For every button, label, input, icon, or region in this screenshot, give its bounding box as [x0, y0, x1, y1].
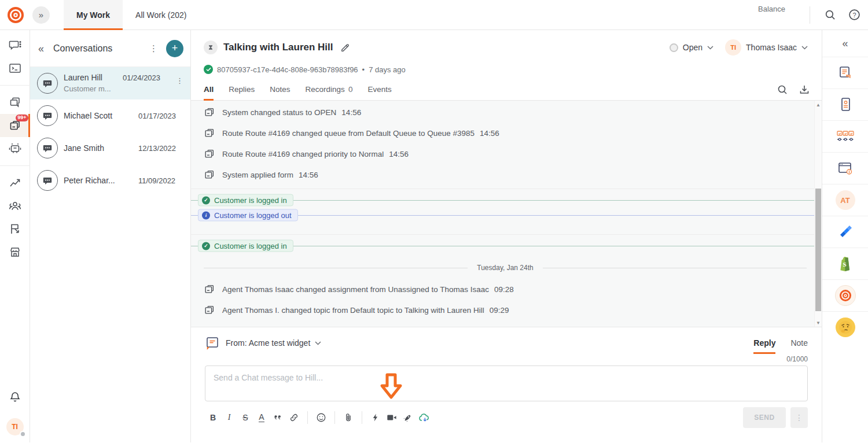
from-widget-dropdown[interactable]: From: Acme test widget [226, 338, 310, 348]
toolbar-separator [362, 411, 362, 424]
event-time: 14:56 [480, 129, 499, 138]
timeline-event: Route Route #4169 changed queue from Def… [191, 123, 822, 143]
video-call-button[interactable] [384, 409, 400, 426]
rail-campaigns-icon[interactable] [0, 217, 30, 241]
rocket-button[interactable] [400, 409, 416, 426]
date-divider: Tuesday, Jan 24th [191, 264, 822, 272]
formatting-toolbar: B I S A [205, 407, 808, 428]
rail-bot-icon[interactable] [0, 137, 30, 160]
underline-glyph: A [259, 413, 264, 422]
conversations-menu-icon[interactable]: ⋮ [146, 41, 161, 56]
tab-events[interactable]: Events [367, 79, 391, 101]
timeline-search-icon[interactable] [777, 84, 788, 95]
conversation-list-item[interactable]: Lauren Hill 01/24/2023 Customer m... ⋮ [30, 67, 190, 99]
new-conversation-button[interactable]: + [166, 40, 183, 57]
expand-panel-button[interactable]: » [32, 6, 50, 24]
send-options-icon[interactable]: ⋮ [790, 407, 808, 428]
send-button[interactable]: SEND [743, 407, 786, 428]
event-time: 14:56 [341, 108, 361, 117]
agent-avatar-initials: AT [840, 196, 849, 205]
right-rail: « AT S [822, 30, 868, 442]
tab-recordings[interactable]: Recordings0 [306, 79, 353, 101]
tab-all[interactable]: All [204, 79, 214, 101]
quick-actions-button[interactable] [367, 409, 384, 426]
rail-chats-icon[interactable] [0, 34, 30, 57]
rail-analytics-icon[interactable] [0, 171, 30, 194]
collapse-conversations-icon[interactable]: « [38, 43, 44, 54]
scroll-up-icon[interactable]: ▲ [815, 101, 822, 109]
user-status-dot [20, 431, 26, 437]
shopify-icon[interactable]: S [822, 248, 868, 279]
rail-customers-icon[interactable] [0, 194, 30, 217]
scrollbar[interactable]: ▲ ▼ [814, 101, 822, 327]
rail-marketplace-icon[interactable] [0, 241, 30, 264]
conversation-item-body: Michael Scott 01/17/2023 [64, 111, 185, 120]
message-input[interactable] [205, 366, 808, 401]
edit-title-icon[interactable] [340, 43, 350, 53]
help-icon[interactable]: ? [844, 5, 865, 25]
tab-replies[interactable]: Replies [229, 79, 255, 101]
conversation-list-item[interactable]: Michael Scott 01/17/2023 [30, 99, 190, 132]
browser-info-icon[interactable] [822, 152, 868, 184]
tab-note[interactable]: Note [790, 332, 808, 354]
rail-all-conversations-icon[interactable] [0, 91, 30, 114]
event-time: 09:28 [494, 285, 514, 294]
tab-notes[interactable]: Notes [270, 79, 290, 101]
timeline-status-row: ✓ Customer is logged in [191, 193, 822, 208]
liveagent-app-icon[interactable] [822, 279, 868, 311]
scrollbar-thumb[interactable] [815, 189, 821, 311]
customer-journey-icon[interactable] [822, 120, 868, 152]
conversation-list-item[interactable]: Peter Richar... 11/09/2022 [30, 164, 190, 197]
bold-button[interactable]: B [205, 409, 221, 426]
chevron-down-icon[interactable] [707, 46, 713, 50]
contact-card-icon[interactable] [822, 88, 868, 120]
tab-reply[interactable]: Reply [753, 332, 775, 354]
notifications-bell-icon[interactable] [0, 386, 30, 409]
italic-button[interactable]: I [221, 409, 237, 426]
strikethrough-button[interactable]: S [237, 409, 253, 426]
conversation-date: 01/17/2023 [138, 112, 185, 120]
event-ticket-icon [204, 169, 215, 180]
jira-icon[interactable] [822, 216, 868, 248]
conversation-timeline: System changed status to OPEN 14:56 Rout… [191, 101, 822, 327]
conversation-date: 11/09/2022 [138, 176, 185, 185]
conversation-id: 80705937-c17e-4d4c-808e-963b78983f96 [217, 65, 358, 74]
rail-bottom: TI [0, 386, 30, 442]
conversation-item-body: Jane Smith 12/13/2022 [64, 143, 185, 153]
underline-button[interactable]: A [253, 409, 270, 426]
timeline-event: System applied form 14:56 [191, 164, 822, 185]
conversation-item-body: Peter Richar... 11/09/2022 [64, 176, 185, 185]
agent-avatar[interactable]: AT [822, 184, 868, 216]
composer-tabs: Reply Note [753, 332, 808, 354]
download-transcript-icon[interactable] [799, 84, 810, 95]
conversation-list-item[interactable]: Jane Smith 12/13/2022 [30, 132, 190, 164]
chat-avatar-icon [37, 138, 58, 158]
link-button[interactable] [286, 409, 302, 426]
conversation-date: 12/13/2022 [138, 144, 185, 153]
svg-text:?: ? [852, 12, 856, 19]
chevron-down-icon[interactable] [801, 46, 808, 50]
rail-tickets-icon[interactable]: 99+ [0, 114, 30, 137]
event-ticket-icon [204, 304, 215, 316]
collapse-right-rail-icon[interactable]: « [822, 30, 868, 57]
cloud-sync-button[interactable] [416, 409, 432, 426]
tab-all-work[interactable]: All Work (202) [123, 0, 199, 30]
thinking-emoji-icon[interactable] [822, 311, 868, 343]
attachment-button[interactable] [340, 409, 356, 426]
status-badge: ✓ Customer is logged in [198, 194, 293, 206]
conversation-details-icon[interactable] [822, 57, 868, 88]
assignee-dropdown[interactable]: Thomas Isaac [746, 43, 797, 52]
status-dropdown[interactable]: Open [683, 43, 703, 52]
tab-my-work[interactable]: My Work [64, 0, 123, 30]
header-controls: Open TI Thomas Isaac [670, 39, 808, 56]
emoji-button[interactable] [313, 409, 329, 426]
scroll-down-icon[interactable]: ▼ [815, 319, 822, 327]
chevron-down-icon[interactable] [315, 341, 321, 345]
quote-button[interactable] [270, 409, 286, 426]
search-icon[interactable] [819, 5, 840, 25]
user-avatar[interactable]: TI [6, 418, 24, 435]
rail-terminal-icon[interactable] [0, 57, 30, 80]
event-text: System changed status to OPEN [222, 108, 336, 117]
event-time: 14:56 [299, 171, 318, 179]
conversation-item-menu-icon[interactable]: ⋮ [175, 76, 185, 85]
